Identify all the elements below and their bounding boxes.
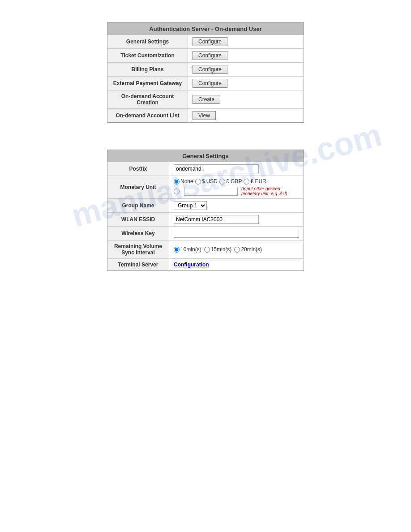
wireless-key-value	[169, 227, 304, 240]
monetary-unit-label: Monetary Unit	[107, 176, 169, 199]
radio-other[interactable]	[174, 189, 180, 194]
radio-gbp[interactable]	[219, 179, 225, 184]
auth-row-1: Ticket CustomizationConfigure	[107, 49, 304, 63]
auth-row-label-3: External Payment Gateway	[107, 77, 188, 90]
auth-row-label-4: On-demand Account Creation	[107, 90, 188, 109]
auth-row-label-2: Billing Plans	[107, 63, 188, 77]
auth-btn-3[interactable]: Configure	[193, 79, 227, 88]
wlan-essid-input[interactable]	[174, 215, 259, 224]
wlan-essid-row: WLAN ESSID	[107, 213, 304, 227]
auth-btn-0[interactable]: Configure	[193, 37, 227, 46]
monetary-bottom: (Input other desired monetary unit, e.g.…	[174, 186, 299, 196]
tables-wrapper: Authentication Server - On-demand User G…	[9, 9, 402, 271]
auth-row-5: On-demand Account ListView	[107, 109, 304, 123]
sync-interval-row: Remaining Volume Sync Interval 10min(s) …	[107, 240, 304, 259]
auth-row-value-0: Configure	[188, 35, 304, 49]
wlan-essid-value	[169, 213, 304, 227]
sync-interval-label: Remaining Volume Sync Interval	[107, 240, 169, 259]
auth-btn-5[interactable]: View	[193, 111, 216, 120]
sync-10-radio[interactable]	[174, 247, 180, 253]
monetary-hint: (Input other desired monetary unit, e.g.…	[241, 186, 299, 196]
terminal-server-row: Terminal Server Configuration	[107, 259, 304, 271]
auth-row-value-5: View	[188, 109, 304, 123]
radio-gbp-label[interactable]: £ GBP	[219, 178, 242, 184]
sync-20-radio[interactable]	[234, 247, 240, 253]
auth-row-value-2: Configure	[188, 63, 304, 77]
terminal-server-label: Terminal Server	[107, 259, 169, 271]
postfix-input[interactable]	[174, 164, 259, 173]
group-name-select[interactable]: Group 1Group 2Group 3	[174, 201, 207, 210]
auth-row-label-0: General Settings	[107, 35, 188, 49]
wireless-key-label: Wireless Key	[107, 227, 169, 240]
radio-eur-label[interactable]: € EUR	[244, 178, 266, 184]
postfix-value	[169, 162, 304, 176]
auth-row-3: External Payment GatewayConfigure	[107, 77, 304, 90]
general-settings-table: General Settings Postfix Monetary Unit	[107, 150, 304, 271]
radio-none-label[interactable]: None	[174, 178, 193, 184]
auth-btn-4[interactable]: Create	[193, 95, 220, 104]
sync-radio-row: 10min(s) 15min(s) 20min(s)	[174, 246, 299, 253]
auth-btn-2[interactable]: Configure	[193, 65, 227, 74]
monetary-top: None $ USD £ GBP € EUR	[174, 178, 299, 184]
group-name-label: Group Name	[107, 199, 169, 213]
group-name-value: Group 1Group 2Group 3	[169, 199, 304, 213]
auth-row-2: Billing PlansConfigure	[107, 63, 304, 77]
auth-row-0: General SettingsConfigure	[107, 35, 304, 49]
auth-row-value-1: Configure	[188, 49, 304, 63]
radio-none[interactable]	[174, 179, 180, 184]
radio-usd-label[interactable]: $ USD	[195, 178, 218, 184]
monetary-other-input[interactable]	[184, 187, 238, 196]
auth-row-label-1: Ticket Customization	[107, 49, 188, 63]
auth-row-label-5: On-demand Account List	[107, 109, 188, 123]
wlan-essid-label: WLAN ESSID	[107, 213, 169, 227]
auth-server-table: Authentication Server - On-demand User G…	[107, 22, 304, 123]
auth-table-title: Authentication Server - On-demand User	[107, 23, 304, 35]
sync-20-label[interactable]: 20min(s)	[234, 246, 262, 253]
auth-row-4: On-demand Account CreationCreate	[107, 90, 304, 109]
radio-usd[interactable]	[195, 179, 201, 184]
postfix-row: Postfix	[107, 162, 304, 176]
gen-settings-title: General Settings	[107, 150, 304, 163]
monetary-row: None $ USD £ GBP € EUR	[174, 178, 299, 196]
sync-10-label[interactable]: 10min(s)	[174, 246, 201, 253]
auth-row-value-3: Configure	[188, 77, 304, 90]
auth-row-value-4: Create	[188, 90, 304, 109]
group-name-row: Group Name Group 1Group 2Group 3	[107, 199, 304, 213]
sync-15-label[interactable]: 15min(s)	[204, 246, 232, 253]
sync-15-radio[interactable]	[204, 247, 210, 253]
postfix-label: Postfix	[107, 162, 169, 176]
wireless-key-input[interactable]	[174, 229, 299, 238]
wireless-key-row: Wireless Key	[107, 227, 304, 240]
monetary-unit-row: Monetary Unit None $ USD	[107, 176, 304, 199]
terminal-server-value: Configuration	[169, 259, 304, 271]
sync-interval-value: 10min(s) 15min(s) 20min(s)	[169, 240, 304, 259]
terminal-server-link[interactable]: Configuration	[174, 262, 209, 268]
radio-eur[interactable]	[244, 179, 249, 184]
page-container: manualsarchive.com Authentication Server…	[0, 0, 411, 532]
auth-btn-1[interactable]: Configure	[193, 51, 227, 60]
monetary-unit-value: None $ USD £ GBP € EUR	[169, 176, 304, 199]
